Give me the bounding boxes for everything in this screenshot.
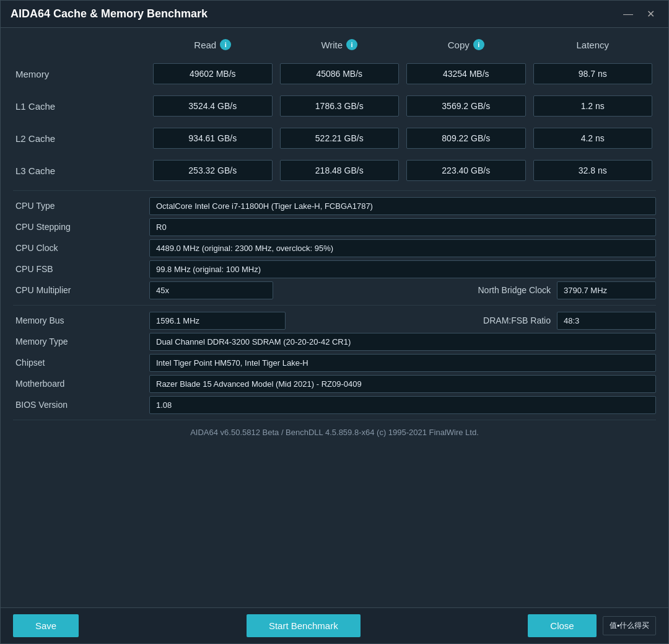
bench-copy-value-2: 809.22 GB/s xyxy=(406,128,526,149)
bench-write-value-1: 1786.3 GB/s xyxy=(280,95,400,117)
motherboard-label: Motherboard xyxy=(13,379,149,389)
bench-read-value-2: 934.61 GB/s xyxy=(153,128,273,149)
cpu-multiplier-row: CPU Multiplier 45x North Bridge Clock 37… xyxy=(13,280,656,300)
bench-latency-cell-0: 98.7 ns xyxy=(530,62,657,86)
bench-header: Read i Write i Copy i Latency xyxy=(13,34,656,55)
bench-read-value-3: 253.32 GB/s xyxy=(153,160,273,181)
close-button[interactable]: ✕ xyxy=(643,7,658,21)
section-divider-1 xyxy=(13,190,656,191)
minimize-button[interactable]: — xyxy=(619,7,637,21)
bench-copy-cell-0: 43254 MB/s xyxy=(403,62,530,86)
cpu-fsb-label: CPU FSB xyxy=(13,264,149,274)
bios-value: 1.08 xyxy=(149,396,656,414)
read-col-header: Read i xyxy=(149,39,276,50)
write-info-icon[interactable]: i xyxy=(346,39,357,50)
title-bar-controls: — ✕ xyxy=(619,7,658,21)
memory-bus-row: Memory Bus 1596.1 MHz DRAM:FSB Ratio 48:… xyxy=(13,311,656,330)
bench-latency-value-0: 98.7 ns xyxy=(533,63,653,84)
latency-col-header: Latency xyxy=(530,39,657,50)
cpu-fsb-value: 99.8 MHz (original: 100 MHz) xyxy=(149,260,656,278)
bottom-bar: Save Start Benchmark Close 值▪什么得买 xyxy=(1,607,668,643)
bench-row: L3 Cache 253.32 GB/s 218.48 GB/s 223.40 … xyxy=(13,156,656,185)
bench-row-label-2: L2 Cache xyxy=(13,133,149,144)
cpu-fsb-row: CPU FSB 99.8 MHz (original: 100 MHz) xyxy=(13,259,656,279)
bench-copy-cell-3: 223.40 GB/s xyxy=(403,159,530,182)
bench-read-cell-3: 253.32 GB/s xyxy=(149,159,276,182)
bench-write-value-2: 522.21 GB/s xyxy=(280,128,400,149)
bench-row-label-3: L3 Cache xyxy=(13,165,149,176)
bench-row: L2 Cache 934.61 GB/s 522.21 GB/s 809.22 … xyxy=(13,123,656,153)
bench-row: L1 Cache 3524.4 GB/s 1786.3 GB/s 3569.2 … xyxy=(13,91,656,121)
write-col-header: Write i xyxy=(276,39,403,50)
bench-row-label-0: Memory xyxy=(13,69,149,79)
bench-read-value-0: 49602 MB/s xyxy=(153,63,273,84)
footer-text: AIDA64 v6.50.5812 Beta / BenchDLL 4.5.85… xyxy=(13,420,656,442)
cpu-info-section: CPU Type OctalCore Intel Core i7-11800H … xyxy=(13,196,656,300)
bench-write-cell-3: 218.48 GB/s xyxy=(276,159,403,182)
bench-read-value-1: 3524.4 GB/s xyxy=(153,95,273,117)
bench-write-cell-0: 45086 MB/s xyxy=(276,62,403,86)
chipset-row: Chipset Intel Tiger Point HM570, Intel T… xyxy=(13,353,656,373)
memory-type-row: Memory Type Dual Channel DDR4-3200 SDRAM… xyxy=(13,332,656,351)
memory-bus-value: 1596.1 MHz xyxy=(149,312,286,330)
copy-col-header: Copy i xyxy=(403,39,530,50)
start-benchmark-button[interactable]: Start Benchmark xyxy=(247,614,361,637)
bench-row: Memory 49602 MB/s 45086 MB/s 43254 MB/s … xyxy=(13,59,656,89)
bench-copy-cell-2: 809.22 GB/s xyxy=(403,126,530,150)
north-bridge-clock-label: North Bridge Clock xyxy=(421,285,557,295)
bench-copy-value-3: 223.40 GB/s xyxy=(406,160,526,181)
cpu-clock-label: CPU Clock xyxy=(13,243,149,253)
motherboard-value: Razer Blade 15 Advanced Model (Mid 2021)… xyxy=(149,375,656,393)
bench-latency-cell-1: 1.2 ns xyxy=(530,94,657,118)
memory-info-section: Memory Bus 1596.1 MHz DRAM:FSB Ratio 48:… xyxy=(13,311,656,415)
close-button-bottom[interactable]: Close xyxy=(528,614,596,637)
chipset-value: Intel Tiger Point HM570, Intel Tiger Lak… xyxy=(149,354,656,372)
save-button[interactable]: Save xyxy=(13,614,79,637)
cpu-multiplier-label: CPU Multiplier xyxy=(13,285,149,295)
main-window: AIDA64 Cache & Memory Benchmark — ✕ Read… xyxy=(0,0,669,644)
bench-write-cell-1: 1786.3 GB/s xyxy=(276,94,403,118)
copy-info-icon[interactable]: i xyxy=(473,39,484,50)
bench-copy-value-0: 43254 MB/s xyxy=(406,63,526,84)
cpu-stepping-value: R0 xyxy=(149,218,656,236)
bench-latency-value-2: 4.2 ns xyxy=(533,128,653,149)
bench-write-value-0: 45086 MB/s xyxy=(280,63,400,84)
title-bar: AIDA64 Cache & Memory Benchmark — ✕ xyxy=(1,1,668,28)
bench-write-value-3: 218.48 GB/s xyxy=(280,160,400,181)
bench-latency-value-1: 1.2 ns xyxy=(533,95,653,117)
bench-copy-cell-1: 3569.2 GB/s xyxy=(403,94,530,118)
bench-write-cell-2: 522.21 GB/s xyxy=(276,126,403,150)
main-content: Read i Write i Copy i Latency Memory 496… xyxy=(1,28,668,607)
dram-fsb-value: 48:3 xyxy=(557,312,656,330)
memory-type-value: Dual Channel DDR4-3200 SDRAM (20-20-20-4… xyxy=(149,333,656,351)
chipset-label: Chipset xyxy=(13,358,149,368)
cpu-type-row: CPU Type OctalCore Intel Core i7-11800H … xyxy=(13,196,656,216)
cpu-clock-value: 4489.0 MHz (original: 2300 MHz, overcloc… xyxy=(149,239,656,257)
memory-type-label: Memory Type xyxy=(13,337,149,346)
bench-read-cell-1: 3524.4 GB/s xyxy=(149,94,276,118)
bench-read-cell-0: 49602 MB/s xyxy=(149,62,276,86)
window-title: AIDA64 Cache & Memory Benchmark xyxy=(11,7,208,20)
cpu-stepping-label: CPU Stepping xyxy=(13,222,149,232)
bench-row-label-1: L1 Cache xyxy=(13,101,149,112)
watermark: 值▪什么得买 xyxy=(603,616,656,635)
north-bridge-clock-value: 3790.7 MHz xyxy=(557,281,656,299)
bench-latency-value-3: 32.8 ns xyxy=(533,160,653,181)
cpu-type-value: OctalCore Intel Core i7-11800H (Tiger La… xyxy=(149,197,656,215)
bench-copy-value-1: 3569.2 GB/s xyxy=(406,95,526,117)
cpu-type-label: CPU Type xyxy=(13,201,149,211)
cpu-multiplier-value: 45x xyxy=(149,281,273,299)
bios-row: BIOS Version 1.08 xyxy=(13,395,656,415)
bench-latency-cell-2: 4.2 ns xyxy=(530,126,657,150)
read-info-icon[interactable]: i xyxy=(220,39,231,50)
motherboard-row: Motherboard Razer Blade 15 Advanced Mode… xyxy=(13,374,656,394)
cpu-stepping-row: CPU Stepping R0 xyxy=(13,217,656,237)
dram-fsb-label: DRAM:FSB Ratio xyxy=(286,315,557,325)
bench-rows-container: Memory 49602 MB/s 45086 MB/s 43254 MB/s … xyxy=(13,59,656,185)
section-divider-2 xyxy=(13,305,656,306)
cpu-clock-row: CPU Clock 4489.0 MHz (original: 2300 MHz… xyxy=(13,238,656,258)
memory-bus-label: Memory Bus xyxy=(13,315,149,325)
bench-latency-cell-3: 32.8 ns xyxy=(530,159,657,182)
bench-read-cell-2: 934.61 GB/s xyxy=(149,126,276,150)
bios-label: BIOS Version xyxy=(13,400,149,410)
